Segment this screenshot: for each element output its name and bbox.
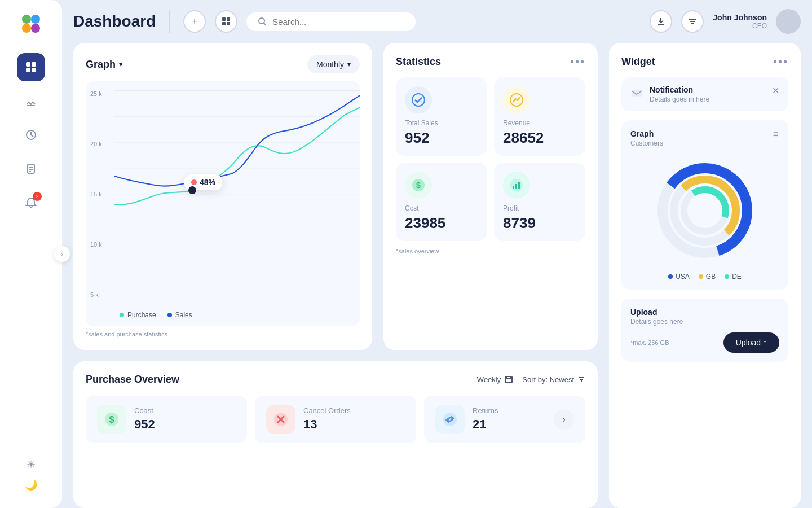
purchase-color-dot [120, 313, 124, 317]
svg-rect-17 [227, 22, 230, 25]
widget-graph-subtitle: Customers [630, 139, 663, 147]
graph-title: Graph ▾ [86, 59, 122, 71]
sidebar-toggle[interactable]: › [54, 246, 70, 262]
header-divider [169, 10, 170, 33]
theme-light-btn[interactable]: ☀ [27, 458, 36, 471]
sidebar-item-download[interactable] [17, 87, 45, 115]
avatar[interactable] [776, 9, 801, 34]
purchase-title: Purchase Overview [86, 374, 179, 386]
revenue-icon [503, 86, 530, 113]
svg-rect-4 [26, 62, 30, 67]
chart-label-10k: 10 k [90, 241, 111, 248]
svg-rect-34 [515, 184, 517, 189]
svg-rect-35 [518, 182, 520, 189]
filter-button[interactable] [681, 10, 704, 33]
widget-graph-card: Graph Customers ≡ [621, 120, 788, 290]
sidebar-item-dashboard[interactable] [17, 53, 45, 81]
purchase-overview-card: Purchase Overview Weekly Sort by: Newest [73, 361, 598, 509]
chart-label-20k: 20 k [90, 141, 111, 147]
svg-rect-14 [222, 17, 226, 21]
purchase-item-cancel-orders: Cancel Orders 13 [255, 396, 416, 443]
stat-item-total-sales: Total Sales 952 [396, 77, 487, 156]
notification-badge: 2 [33, 192, 42, 201]
returns-label: Returns [473, 406, 498, 415]
period-dropdown[interactable]: Monthly ▾ [307, 55, 360, 73]
add-button[interactable]: + [183, 10, 206, 33]
widget-graph-sort-button[interactable]: ≡ [773, 129, 779, 139]
coast-icon: $ [97, 405, 126, 434]
profit-value: 8739 [503, 214, 576, 232]
purchase-items: $ Coast 952 [86, 396, 585, 443]
graph-chevron-icon: ▾ [119, 60, 122, 68]
gb-dot [699, 274, 703, 279]
grid-button[interactable] [215, 10, 237, 33]
profit-label: Profit [503, 204, 576, 212]
donut-svg [651, 157, 758, 264]
content-grid: Graph ▾ Monthly ▾ 25 k 20 k 15 k 10 k 5 … [73, 43, 801, 508]
widget-more-button[interactable]: ••• [773, 55, 788, 68]
svg-point-18 [259, 18, 264, 24]
cancel-orders-value: 13 [303, 417, 351, 432]
svg-point-55 [443, 413, 457, 426]
returns-arrow-button[interactable]: › [554, 409, 574, 430]
cancel-orders-label: Cancel Orders [303, 406, 351, 415]
usa-dot [668, 274, 673, 279]
chart-legend: Purchase Sales [114, 304, 360, 326]
calendar-icon [504, 375, 513, 384]
donut-legend: USA GB DE [630, 273, 779, 281]
total-sales-label: Total Sales [405, 119, 478, 127]
widget-graph-info: Graph Customers [630, 129, 663, 154]
sort-selector[interactable]: Sort by: Newest [522, 375, 585, 384]
svg-rect-33 [513, 186, 514, 189]
upload-title: Upload [630, 308, 779, 317]
donut-chart [630, 154, 779, 267]
graph-card-header: Graph ▾ Monthly ▾ [86, 55, 360, 73]
statistics-grid: Total Sales 952 Revenue 28652 [396, 77, 585, 241]
de-dot [725, 274, 729, 279]
download-button[interactable] [650, 10, 672, 33]
cost-icon: $ [405, 172, 432, 199]
upload-card: Upload Details goes here *max. 256 GB Up… [621, 299, 788, 362]
chart-area: 25 k 20 k 15 k 10 k 5 k [86, 81, 360, 326]
chart-label-15k: 15 k [90, 191, 111, 198]
search-input[interactable] [272, 17, 404, 27]
notification-content: Notification Details goes in here [650, 85, 709, 103]
chart-label-5k: 5 k [90, 291, 111, 298]
weekly-selector[interactable]: Weekly [477, 375, 513, 384]
statistics-card: Statistics ••• Total Sales 952 [383, 43, 598, 350]
sidebar-item-notifications[interactable]: 2 [17, 189, 45, 217]
app-logo[interactable] [19, 11, 43, 36]
svg-point-1 [31, 15, 40, 24]
revenue-label: Revenue [503, 119, 576, 127]
page-title: Dashboard [73, 12, 156, 30]
purchase-controls: Weekly Sort by: Newest [477, 375, 585, 384]
sidebar-bottom: ☀ 🌙 [25, 458, 37, 497]
revenue-value: 28652 [503, 129, 576, 147]
svg-point-0 [22, 15, 31, 24]
sidebar-item-analytics[interactable] [17, 121, 45, 149]
svg-text:$: $ [109, 415, 114, 424]
user-info: John Johnson CEO [713, 13, 767, 30]
stat-item-revenue: Revenue 28652 [494, 77, 585, 156]
sort-icon [577, 375, 585, 383]
statistics-title: Statistics [396, 56, 441, 68]
widget-graph-title: Graph [630, 129, 663, 138]
svg-rect-15 [227, 17, 230, 21]
statistics-more-button[interactable]: ••• [570, 55, 585, 68]
notification-card: Notification Details goes in here ✕ [621, 77, 788, 111]
svg-text:$: $ [416, 181, 421, 190]
total-sales-icon [405, 86, 432, 113]
sidebar-item-documents[interactable] [17, 155, 45, 183]
coast-label: Coast [134, 406, 155, 415]
chart-label-25k: 25 k [90, 90, 111, 97]
upload-button[interactable]: Upload ↑ [723, 332, 779, 353]
cancel-orders-icon [266, 405, 295, 434]
coast-value: 952 [134, 417, 155, 432]
theme-dark-btn[interactable]: 🌙 [25, 479, 37, 491]
upload-footer: *max. 256 GB Upload ↑ [630, 332, 779, 353]
svg-point-3 [31, 24, 40, 33]
legend-sales: Sales [167, 311, 192, 319]
purchase-header: Purchase Overview Weekly Sort by: Newest [86, 374, 585, 386]
notification-close-button[interactable]: ✕ [772, 85, 779, 96]
svg-rect-5 [32, 62, 36, 67]
